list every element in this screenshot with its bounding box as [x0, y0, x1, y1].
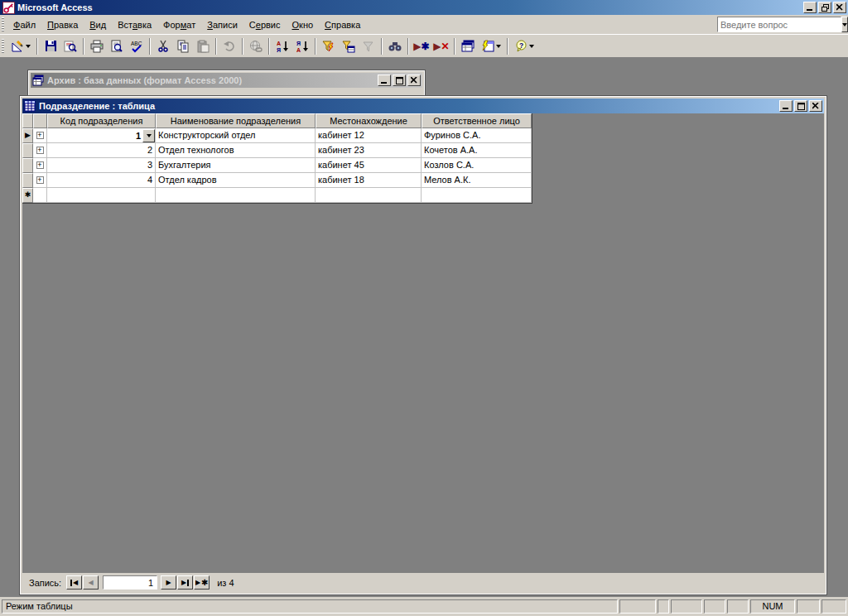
db-close-button[interactable]: [407, 75, 421, 86]
new-record-button[interactable]: ▶✱: [412, 37, 431, 55]
sort-descending-button[interactable]: Я А: [293, 37, 311, 55]
new-row-selector[interactable]: ✱: [22, 188, 33, 203]
menu-file[interactable]: Файл: [7, 17, 41, 32]
save-button[interactable]: [41, 37, 60, 55]
copy-button[interactable]: [174, 37, 192, 55]
undo-button[interactable]: [220, 37, 238, 55]
cell-empty[interactable]: [47, 188, 156, 203]
row-selector[interactable]: [22, 158, 33, 173]
sort-ascending-button[interactable]: А Я: [273, 37, 292, 55]
app-close-button[interactable]: [833, 2, 846, 13]
ask-question-dropdown[interactable]: [841, 17, 848, 32]
print-preview-button[interactable]: [108, 37, 126, 55]
cell-location[interactable]: кабинет 45: [316, 158, 422, 173]
cell-empty[interactable]: [156, 188, 316, 203]
expand-subdatasheet-button[interactable]: +: [33, 158, 47, 173]
corner-cell[interactable]: [33, 113, 47, 128]
current-record-input[interactable]: [103, 575, 157, 590]
menu-tools[interactable]: Сервис: [243, 17, 287, 32]
ask-question-input[interactable]: [717, 17, 841, 32]
toolbar-separator: [315, 38, 316, 55]
filter-by-selection-icon: [322, 40, 335, 53]
menu-grip[interactable]: [2, 17, 4, 32]
cell-person[interactable]: Козлов С.А.: [422, 158, 532, 173]
column-header-location[interactable]: Местонахождение: [316, 113, 422, 128]
delete-record-button[interactable]: ▶✕: [432, 37, 450, 55]
corner-cell[interactable]: [22, 113, 33, 128]
filter-by-form-button[interactable]: [340, 37, 358, 55]
cell-location[interactable]: кабинет 12: [316, 128, 422, 143]
cell-person[interactable]: Кочетов А.А.: [422, 143, 532, 158]
copy-icon: [177, 40, 190, 53]
cell-code[interactable]: 4: [47, 173, 156, 188]
svg-text:?: ?: [519, 41, 523, 50]
menu-edit[interactable]: Правка: [41, 17, 84, 32]
cell-code[interactable]: 2: [47, 143, 156, 158]
insert-hyperlink-button[interactable]: [247, 37, 265, 55]
table-maximize-button[interactable]: [794, 100, 807, 112]
spelling-button[interactable]: ABC: [128, 37, 146, 55]
cell-name[interactable]: Конструкторский отдел: [156, 128, 316, 143]
cell-name[interactable]: Отдел технологов: [156, 143, 316, 158]
view-dropdown-icon[interactable]: [26, 45, 31, 48]
table-minimize-button[interactable]: [779, 100, 793, 112]
new-object-dropdown-icon[interactable]: [496, 45, 501, 48]
print-button[interactable]: [88, 37, 106, 55]
current-row-selector[interactable]: ▶: [22, 128, 33, 143]
find-button[interactable]: [386, 37, 404, 55]
cell-empty[interactable]: [33, 188, 47, 203]
database-window-button[interactable]: [459, 37, 477, 55]
cell-person[interactable]: Фуринов С.А.: [422, 128, 532, 143]
app-minimize-button[interactable]: [803, 2, 817, 13]
cell-empty[interactable]: [422, 188, 532, 203]
cell-code[interactable]: 1: [47, 128, 156, 143]
toolbar-grip[interactable]: [2, 39, 4, 54]
table-window-title-bar: Подразделение : таблица: [22, 99, 824, 113]
spelling-icon: ABC: [130, 40, 143, 53]
cell-name[interactable]: Бухгалтерия: [156, 158, 316, 173]
column-header-code[interactable]: Код подразделения: [47, 113, 156, 128]
menu-help[interactable]: Справка: [319, 17, 366, 32]
app-restore-button[interactable]: [818, 2, 831, 13]
cell-location[interactable]: кабинет 23: [316, 143, 422, 158]
column-header-name[interactable]: Наименование подразделения: [156, 113, 316, 128]
next-record-button[interactable]: ▶: [161, 575, 176, 590]
cell-person[interactable]: Мелов А.К.: [422, 173, 532, 188]
file-search-icon: [64, 40, 77, 53]
table-window[interactable]: Подразделение : таблица: [19, 95, 827, 595]
help-dropdown-icon[interactable]: [529, 45, 534, 48]
expand-subdatasheet-button[interactable]: +: [33, 143, 47, 158]
filter-by-selection-button[interactable]: [320, 37, 338, 55]
cell-combo-dropdown[interactable]: [142, 129, 155, 142]
view-button[interactable]: [8, 37, 33, 55]
cut-button[interactable]: [154, 37, 172, 55]
cell-code[interactable]: 3: [47, 158, 156, 173]
menu-window[interactable]: Окно: [287, 17, 320, 32]
cell-empty[interactable]: [316, 188, 422, 203]
database-window-icon: [461, 40, 475, 52]
status-panel: [619, 599, 656, 614]
paste-button[interactable]: [194, 37, 212, 55]
db-maximize-button[interactable]: [393, 75, 406, 86]
row-selector[interactable]: [22, 173, 33, 188]
last-record-button[interactable]: ▶: [177, 575, 193, 590]
file-search-button[interactable]: [61, 37, 80, 55]
table-close-button[interactable]: [809, 100, 822, 112]
cell-location[interactable]: кабинет 18: [316, 173, 422, 188]
row-selector[interactable]: [22, 143, 33, 158]
menu-records[interactable]: Записи: [201, 17, 243, 32]
menu-insert[interactable]: Вставка: [112, 17, 157, 32]
new-object-button[interactable]: [479, 37, 504, 55]
expand-subdatasheet-button[interactable]: +: [33, 173, 47, 188]
column-header-person[interactable]: Ответственное лицо: [422, 113, 532, 128]
db-minimize-button[interactable]: [378, 75, 391, 86]
expand-subdatasheet-button[interactable]: +: [33, 128, 47, 143]
first-record-button[interactable]: ◀: [66, 575, 82, 590]
apply-filter-button[interactable]: [359, 37, 378, 55]
cell-name[interactable]: Отдел кадров: [156, 173, 316, 188]
previous-record-button[interactable]: ◀: [83, 575, 99, 590]
menu-view[interactable]: Вид: [84, 17, 112, 32]
new-record-nav-button[interactable]: ▶✱: [194, 575, 210, 590]
help-button[interactable]: ?: [512, 37, 537, 55]
menu-format[interactable]: Формат: [157, 17, 201, 32]
